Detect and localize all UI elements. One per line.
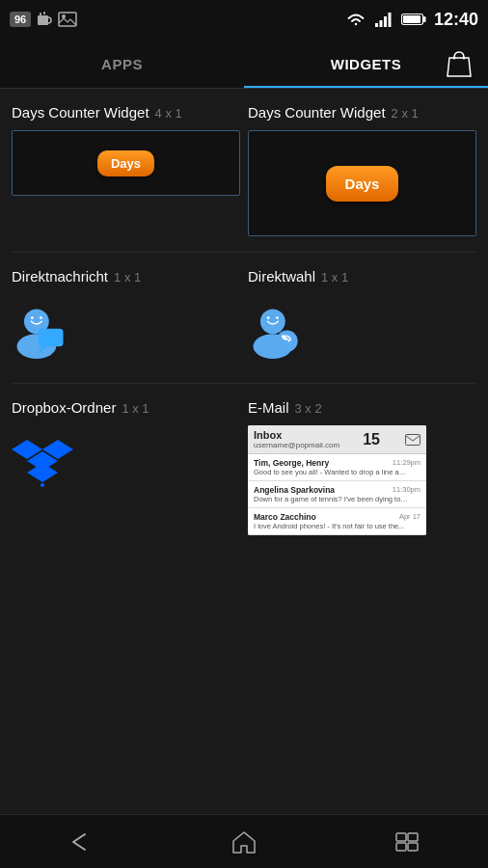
svg-point-12 (453, 57, 456, 60)
days-counter-4x1-header: Days Counter Widget 4 x 1 (12, 104, 240, 121)
email-col: E-Mail 3 x 2 Inbox username@popmail.com … (248, 399, 476, 535)
email-msg-1: Good to see you all! - Wanted to drop a … (254, 468, 408, 476)
email-preview-header: Inbox username@popmail.com 15 (248, 425, 426, 454)
recent-button[interactable] (378, 823, 436, 861)
svg-rect-32 (408, 833, 418, 841)
contact-dial-icon (248, 302, 306, 360)
email-sender-1: Tim, George, Henry (254, 458, 329, 468)
direktwahl-title: Direktwahl (248, 268, 315, 285)
days-button-small: Days (97, 150, 154, 176)
content-area: Days Counter Widget 4 x 1 Days Days Coun… (0, 89, 488, 814)
email-address: username@popmail.com (254, 441, 339, 449)
email-sender-3: Marco Zacchino (254, 512, 316, 522)
svg-rect-6 (379, 20, 382, 27)
battery-level-badge: 96 (10, 12, 31, 27)
dropbox-icon (12, 435, 74, 488)
svg-rect-8 (388, 13, 391, 27)
svg-rect-7 (384, 16, 387, 27)
email-inbox-label: Inbox (254, 429, 339, 441)
email-size: 3 x 2 (295, 401, 322, 416)
days-counter-4x1-title: Days Counter Widget (12, 104, 149, 121)
svg-rect-1 (40, 13, 41, 15)
email-row-3: Marco Zacchino Apr 17 I love Android pho… (248, 508, 426, 535)
dropbox-header: Dropbox-Ordner 1 x 1 (12, 399, 240, 416)
widgets-row-3: Dropbox-Ordner 1 x 1 E-Mail 3 x 2 (0, 384, 488, 535)
email-count: 15 (363, 431, 380, 448)
direktnachricht-title: Direktnachricht (12, 268, 108, 285)
email-preview-box: Inbox username@popmail.com 15 Tim, Georg… (248, 425, 426, 535)
email-row-1: Tim, George, Henry 11:29pm Good to see y… (248, 454, 426, 481)
dropbox-size: 1 x 1 (122, 401, 149, 416)
svg-rect-22 (277, 331, 298, 352)
signal-icon (374, 12, 393, 27)
days-counter-4x1-preview[interactable]: Days (12, 130, 240, 196)
email-header-left: Inbox username@popmail.com (254, 429, 339, 449)
svg-point-23 (267, 316, 270, 319)
tab-bar: APPS WIDGETS (0, 39, 488, 89)
svg-point-20 (260, 309, 285, 334)
email-title: E-Mail (248, 399, 289, 416)
email-time-2: 11:30pm (393, 485, 420, 495)
svg-rect-31 (396, 833, 406, 841)
email-row-2: Angelina Sparkovina 11:30pm Down for a g… (248, 481, 426, 508)
days-counter-4x1-col: Days Counter Widget 4 x 1 Days (12, 104, 240, 236)
email-time-1: 11:29pm (393, 458, 420, 468)
svg-rect-33 (396, 843, 406, 851)
recent-icon (394, 831, 420, 853)
shopping-bag-icon (446, 49, 473, 78)
widgets-row-2: Direktnachricht 1 x 1 (0, 253, 488, 367)
direktwahl-preview[interactable] (248, 294, 476, 367)
status-time: 12:40 (434, 10, 478, 30)
svg-marker-28 (27, 463, 58, 482)
svg-rect-2 (43, 12, 45, 14)
svg-rect-34 (408, 843, 418, 851)
days-counter-2x1-size: 2 x 1 (392, 106, 419, 121)
svg-point-29 (41, 483, 44, 487)
tab-apps[interactable]: APPS (0, 39, 244, 89)
battery-icon (401, 13, 426, 26)
svg-rect-30 (406, 434, 420, 445)
contact-message-icon (12, 302, 69, 360)
svg-rect-0 (38, 15, 48, 25)
home-button[interactable] (215, 823, 273, 861)
svg-rect-3 (59, 13, 76, 26)
direktnachricht-preview[interactable] (12, 294, 240, 367)
days-counter-2x1-col: Days Counter Widget 2 x 1 Days (248, 104, 476, 236)
days-counter-4x1-size: 4 x 1 (155, 106, 182, 121)
bag-icon-button[interactable] (442, 46, 476, 81)
direktnachricht-size: 1 x 1 (114, 270, 141, 285)
svg-point-19 (40, 316, 42, 319)
svg-point-24 (276, 316, 279, 319)
envelope-icon (405, 434, 420, 446)
back-button[interactable] (52, 823, 110, 861)
svg-point-13 (463, 57, 466, 60)
wifi-icon (345, 12, 366, 27)
days-counter-2x1-preview[interactable]: Days (248, 130, 476, 236)
home-icon (231, 829, 257, 854)
days-button-large: Days (326, 166, 399, 202)
svg-rect-11 (423, 16, 426, 22)
direktnachricht-header: Direktnachricht 1 x 1 (12, 268, 240, 285)
image-icon (58, 12, 77, 27)
email-msg-2: Down for a game of tennis? I've been dyi… (254, 495, 408, 503)
email-preview-widget[interactable]: Inbox username@popmail.com 15 Tim, Georg… (248, 425, 476, 535)
email-msg-3: I love Android phones! - It's not fair t… (254, 522, 408, 530)
svg-rect-10 (403, 15, 420, 23)
status-left: 96 (10, 11, 77, 28)
direktnachricht-col: Direktnachricht 1 x 1 (12, 268, 240, 367)
email-time-3: Apr 17 (399, 512, 420, 522)
svg-point-18 (31, 316, 34, 319)
nav-bar (0, 814, 488, 868)
widgets-row-1: Days Counter Widget 4 x 1 Days Days Coun… (0, 89, 488, 236)
svg-rect-5 (375, 23, 378, 27)
dropbox-preview[interactable] (12, 425, 240, 498)
svg-rect-16 (39, 329, 64, 346)
email-sender-2: Angelina Sparkovina (254, 485, 335, 495)
dropbox-col: Dropbox-Ordner 1 x 1 (12, 399, 240, 535)
days-counter-2x1-header: Days Counter Widget 2 x 1 (248, 104, 476, 121)
status-right: 12:40 (345, 10, 478, 30)
dropbox-title: Dropbox-Ordner (12, 399, 116, 416)
back-icon (68, 830, 95, 854)
direktwahl-header: Direktwahl 1 x 1 (248, 268, 476, 285)
days-counter-2x1-title: Days Counter Widget (248, 104, 386, 121)
